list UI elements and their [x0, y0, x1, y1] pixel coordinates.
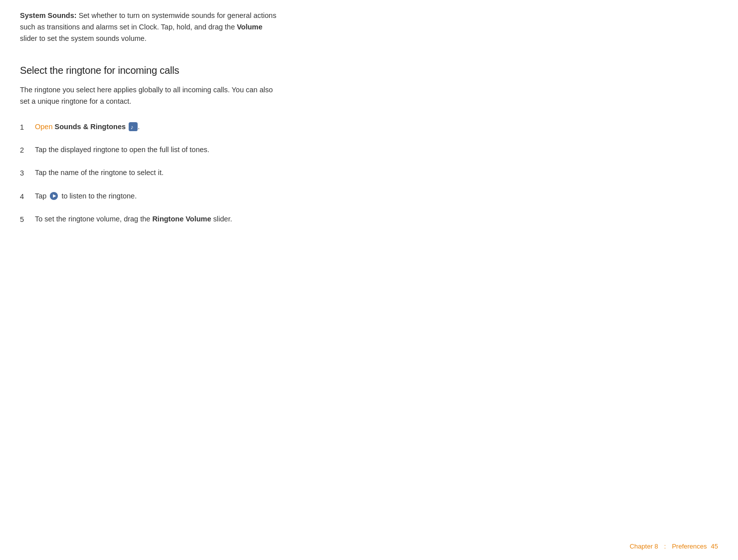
- ringtone-volume-bold: Ringtone Volume: [152, 215, 211, 223]
- step4-prefix: Tap: [35, 192, 48, 200]
- volume-text: slider to set the system sounds volume.: [20, 34, 147, 42]
- svg-text:♪: ♪: [131, 124, 134, 130]
- footer-divider: :: [664, 543, 666, 550]
- steps-list: 1 Open Sounds & Ringtones ♪ . 2 Tap the …: [20, 121, 279, 225]
- open-link[interactable]: Open: [35, 123, 52, 131]
- step-number-4: 4: [20, 190, 35, 202]
- step-content-1: Open Sounds & Ringtones ♪ .: [35, 121, 279, 133]
- footer-section: Preferences: [672, 543, 707, 550]
- step4-suffix: to listen to the ringtone.: [61, 192, 137, 200]
- step-content-4: Tap to listen to the ringtone.: [35, 190, 279, 202]
- step1-suffix: .: [138, 123, 140, 131]
- content-area: System Sounds: Set whether to turn on sy…: [0, 0, 309, 276]
- system-sounds-paragraph: System Sounds: Set whether to turn on sy…: [20, 10, 279, 45]
- step-item-3: 3 Tap the name of the ringtone to select…: [20, 167, 279, 179]
- step-number-2: 2: [20, 144, 35, 156]
- step5-suffix: slider.: [211, 215, 232, 223]
- page-container: System Sounds: Set whether to turn on sy…: [0, 0, 738, 560]
- step-number-3: 3: [20, 167, 35, 179]
- step-item-4: 4 Tap to listen to the ringtone.: [20, 190, 279, 202]
- step-number-1: 1: [20, 121, 35, 133]
- footer-page-number: 45: [711, 543, 718, 550]
- page-footer: Chapter 8 : Preferences 45: [630, 543, 718, 550]
- step-item-2: 2 Tap the displayed ringtone to open the…: [20, 144, 279, 156]
- system-sounds-label: System Sounds:: [20, 11, 77, 19]
- section-heading: Select the ringtone for incoming calls: [20, 65, 279, 76]
- step-content-5: To set the ringtone volume, drag the Rin…: [35, 213, 279, 225]
- section-intro: The ringtone you select here applies glo…: [20, 84, 279, 107]
- play-icon: [49, 191, 58, 200]
- step-item-5: 5 To set the ringtone volume, drag the R…: [20, 213, 279, 225]
- volume-bold: Volume: [237, 23, 262, 31]
- music-note-icon: ♪: [129, 122, 138, 131]
- step5-prefix: To set the ringtone volume, drag the: [35, 215, 152, 223]
- step-number-5: 5: [20, 213, 35, 225]
- sounds-ringtones-label: Sounds & Ringtones: [52, 123, 128, 131]
- step-item-1: 1 Open Sounds & Ringtones ♪ .: [20, 121, 279, 133]
- step-content-2: Tap the displayed ringtone to open the f…: [35, 144, 279, 156]
- footer-chapter: Chapter 8: [630, 543, 658, 550]
- step-content-3: Tap the name of the ringtone to select i…: [35, 167, 279, 179]
